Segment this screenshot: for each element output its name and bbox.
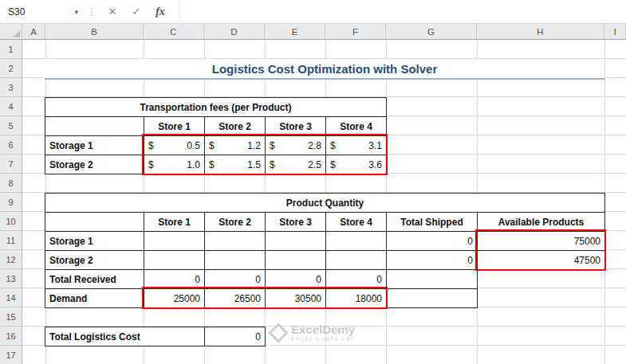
cell-C11-qty-input[interactable] [144,232,205,251]
column-header-C[interactable]: C [144,24,204,39]
cell-H11-available[interactable]: 75000 [478,232,605,251]
column-header-F[interactable]: F [325,24,386,39]
cell-G11-total-shipped[interactable]: 0 [387,232,478,251]
cell-B4-fees-header[interactable]: Transportation fees (per Product) [45,98,387,117]
cell-D5-store2[interactable]: Store 2 [205,117,266,136]
cell-E14-demand[interactable]: 30500 [266,289,326,308]
cell-B9-quantity-header[interactable]: Product Quantity [45,194,605,213]
cell-H10-available-products[interactable]: Available Products [478,213,605,232]
currency-symbol: $ [148,159,154,170]
column-header-E[interactable]: E [265,24,325,39]
cell-E11-qty-input[interactable] [266,232,326,251]
excel-window: S30 ▾ ⋮ ✕ ✓ fx A B C D E F G H I 1 2 3 4… [0,0,626,364]
insert-function-icon[interactable]: fx [148,0,172,23]
cell-E7-fee[interactable]: $2.5 [266,155,326,174]
cell-G12-total-shipped[interactable]: 0 [387,251,478,270]
row-header-14[interactable]: 14 [0,288,22,307]
cell-D6-fee[interactable]: $1.2 [205,136,266,155]
formula-input[interactable] [179,0,626,23]
cell-G14[interactable] [387,289,478,308]
cell-F11-qty-input[interactable] [326,232,387,251]
cell-D16-total-cost-value[interactable]: 0 [205,327,266,346]
page-title-cell[interactable]: Logistics Cost Optimization with Solver [45,59,604,80]
cell-D11-qty-input[interactable] [205,232,266,251]
row-header-8[interactable]: 8 [0,174,22,193]
cell-C7-fee[interactable]: $1.0 [144,155,205,174]
column-header-H[interactable]: H [477,24,604,39]
cell-H14[interactable] [478,289,605,308]
currency-symbol: $ [270,140,275,151]
cell-C12-qty-input[interactable] [144,251,205,270]
cell-B5[interactable] [45,117,144,136]
fee-value: 2.5 [308,159,321,170]
cell-C14-demand[interactable]: 25000 [144,289,205,308]
name-box-dropdown-icon[interactable]: ▾ [74,8,78,16]
cell-G13[interactable] [387,270,478,289]
row-header-5[interactable]: 5 [0,116,22,135]
exceldemy-watermark: ExcelDemy EXCEL • DATA • BI [271,323,355,342]
row-header-15[interactable]: 15 [0,307,22,327]
row-header-9[interactable]: 9 [0,193,22,212]
row-header-12[interactable]: 12 [0,250,22,269]
cell-F6-fee[interactable]: $3.1 [326,136,387,155]
row-header-1[interactable]: 1 [0,40,22,59]
row-header-7[interactable]: 7 [0,155,22,174]
row-header-11[interactable]: 11 [0,231,22,250]
cell-B13-total-received[interactable]: Total Received [45,270,144,289]
cell-C10-store1[interactable]: Store 1 [144,213,205,232]
row-header-gutter: 1 2 3 4 5 6 7 8 9 10 11 12 13 14 15 16 1… [0,40,22,364]
row-header-13[interactable]: 13 [0,269,22,288]
cell-D7-fee[interactable]: $1.5 [205,155,266,174]
cell-D14-demand[interactable]: 26500 [205,289,266,308]
cell-H13[interactable] [478,270,605,289]
cell-D12-qty-input[interactable] [205,251,266,270]
cell-B7-storage2[interactable]: Storage 2 [45,155,144,174]
cell-B14-demand[interactable]: Demand [45,289,144,308]
row-header-17[interactable]: 17 [0,346,22,364]
cell-B12-storage2[interactable]: Storage 2 [45,251,144,270]
fee-value: 3.1 [368,140,382,151]
sheet-grid[interactable]: 1 2 3 4 5 6 7 8 9 10 11 12 13 14 15 16 1… [0,40,626,364]
name-box[interactable]: S30 ▾ [0,0,83,23]
row-header-16[interactable]: 16 [0,327,22,346]
column-header-I[interactable]: I [604,24,626,39]
cell-E5-store3[interactable]: Store 3 [266,117,326,136]
row-header-10[interactable]: 10 [0,212,22,231]
cell-C5-store1[interactable]: Store 1 [144,117,205,136]
cell-D13-received[interactable]: 0 [205,270,266,289]
cell-E10-store3[interactable]: Store 3 [266,213,326,232]
column-header-A[interactable]: A [22,24,45,39]
column-header-D[interactable]: D [204,24,265,39]
cell-F7-fee[interactable]: $3.6 [326,155,387,174]
column-headers: A B C D E F G H I [0,24,626,40]
cell-E13-received[interactable]: 0 [266,270,326,289]
cell-B16-total-cost-label[interactable]: Total Logistics Cost [45,327,205,346]
enter-icon[interactable]: ✓ [124,0,148,23]
cell-G10-total-shipped[interactable]: Total Shipped [387,213,478,232]
cell-F10-store4[interactable]: Store 4 [326,213,387,232]
cell-E6-fee[interactable]: $2.8 [266,136,326,155]
cell-B11-storage1[interactable]: Storage 1 [45,232,144,251]
cell-B10[interactable] [45,213,144,232]
cell-C6-fee[interactable]: $0.5 [144,136,205,155]
cell-E12-qty-input[interactable] [266,251,326,270]
cell-F5-store4[interactable]: Store 4 [326,117,387,136]
watermark-tagline: EXCEL • DATA • BI [291,337,355,342]
row-header-3[interactable]: 3 [0,78,22,97]
cell-H12-available[interactable]: 47500 [478,251,605,270]
cell-F12-qty-input[interactable] [326,251,387,270]
row-header-2[interactable]: 2 [0,59,22,78]
cell-C13-received[interactable]: 0 [144,270,205,289]
currency-symbol: $ [209,159,215,170]
select-all-corner[interactable] [0,24,22,39]
cell-B6-storage1[interactable]: Storage 1 [45,136,144,155]
column-header-G[interactable]: G [386,24,477,39]
fee-value: 1.0 [187,159,200,170]
row-header-4[interactable]: 4 [0,97,22,116]
row-header-6[interactable]: 6 [0,135,22,155]
column-header-B[interactable]: B [45,24,144,39]
cancel-icon[interactable]: ✕ [100,0,124,23]
cell-D10-store2[interactable]: Store 2 [205,213,266,232]
cell-F13-received[interactable]: 0 [326,270,387,289]
cell-F14-demand[interactable]: 18000 [326,289,387,308]
